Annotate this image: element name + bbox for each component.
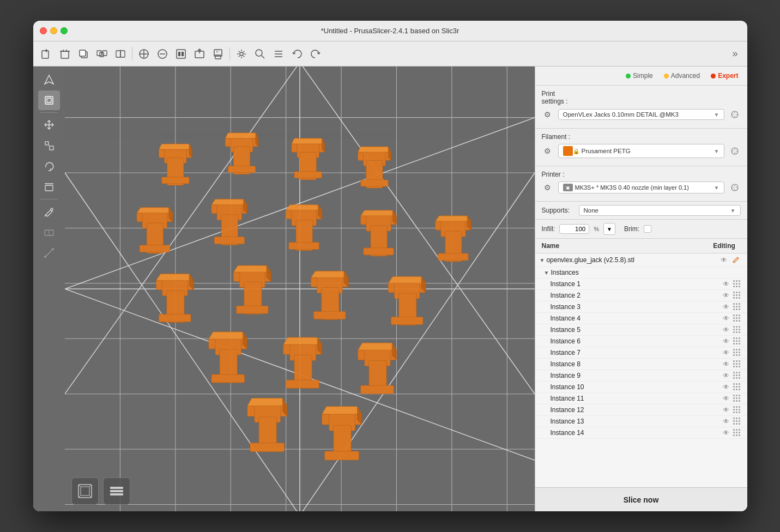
redo-button[interactable] <box>307 45 324 63</box>
add-object-button[interactable] <box>38 45 55 63</box>
filament-label-row: Filament : <box>542 133 741 141</box>
list-item[interactable]: Instance 8 👁 <box>535 359 747 370</box>
3d-view-button[interactable] <box>71 477 99 505</box>
infill-down-button[interactable]: ▼ <box>603 223 615 235</box>
instance-eye-icon[interactable]: 👁 <box>721 315 731 322</box>
print-button[interactable]: P <box>209 45 227 63</box>
filament-dropdown[interactable]: 🔒 Prusament PETG ▼ <box>558 144 724 158</box>
instance-eye-icon[interactable]: 👁 <box>721 349 731 356</box>
list-item[interactable]: Instance 11 👁 <box>535 393 747 404</box>
instance-grid-icon[interactable] <box>733 418 741 425</box>
instance-grid-icon[interactable] <box>733 337 741 345</box>
print-settings-gear[interactable]: ⚙ <box>542 108 554 120</box>
list-item[interactable]: Instance 9 👁 <box>535 370 747 382</box>
measure-button[interactable] <box>38 243 60 263</box>
send-back-button[interactable] <box>191 45 208 63</box>
copy-button[interactable] <box>75 45 92 63</box>
erase-button[interactable] <box>38 222 60 242</box>
list-item[interactable]: Instance 6 👁 <box>535 336 747 347</box>
list-item[interactable]: Instance 7 👁 <box>535 347 747 359</box>
list-item[interactable]: Instance 4 👁 <box>535 313 747 324</box>
tree-root-item[interactable]: ▼ openvlex.glue_jack (v2.5.8).stl 👁 <box>535 253 747 267</box>
instance-eye-icon[interactable]: 👁 <box>721 406 731 414</box>
close-button[interactable] <box>40 27 47 34</box>
instances-button[interactable] <box>93 45 111 63</box>
flatten-button[interactable] <box>38 177 60 197</box>
instance-grid-icon[interactable] <box>733 292 741 299</box>
instance-eye-icon[interactable]: 👁 <box>721 418 731 425</box>
list-item[interactable]: Instance 2 👁 <box>535 290 747 301</box>
fullscreen-button[interactable] <box>61 27 68 34</box>
tree-instances-group[interactable]: ▼ Instances <box>535 267 747 279</box>
list-item[interactable]: Instance 1 👁 <box>535 279 747 290</box>
brim-label: Brim: <box>624 225 639 233</box>
list-item[interactable]: Instance 13 👁 <box>535 416 747 427</box>
object-tree[interactable]: ▼ openvlex.glue_jack (v2.5.8).stl 👁 <box>535 253 747 487</box>
instance-eye-icon[interactable]: 👁 <box>721 360 731 368</box>
list-item[interactable]: Instance 3 👁 <box>535 301 747 313</box>
print-settings-config-icon[interactable] <box>729 108 741 120</box>
instance-grid-icon[interactable] <box>733 360 741 368</box>
list-item[interactable]: Instance 14 👁 <box>535 427 747 439</box>
filament-config-icon[interactable] <box>729 145 741 157</box>
instance-grid-icon[interactable] <box>733 349 741 356</box>
grid-button[interactable] <box>172 45 190 63</box>
select-button[interactable] <box>38 90 60 110</box>
instance-grid-icon[interactable] <box>733 280 741 288</box>
instance-grid-icon[interactable] <box>733 383 741 391</box>
expert-mode-button[interactable]: Expert <box>709 71 740 81</box>
brim-checkbox[interactable] <box>644 225 651 233</box>
minimize-button[interactable] <box>50 27 57 34</box>
settings-button[interactable] <box>233 45 250 63</box>
move-button[interactable] <box>38 115 60 135</box>
print-settings-label: Print settings : <box>542 90 575 105</box>
list-item[interactable]: Instance 5 👁 <box>535 324 747 336</box>
root-edit-icon[interactable] <box>731 255 741 265</box>
list-item[interactable]: Instance 10 👁 <box>535 382 747 393</box>
printer-gear[interactable]: ⚙ <box>542 182 554 194</box>
filament-gear[interactable]: ⚙ <box>542 145 554 157</box>
instance-eye-icon[interactable]: 👁 <box>721 292 731 299</box>
instance-grid-icon[interactable] <box>733 326 741 334</box>
instance-eye-icon[interactable]: 👁 <box>721 429 731 437</box>
instance-eye-icon[interactable]: 👁 <box>721 383 731 391</box>
advanced-mode-button[interactable]: Advanced <box>662 71 702 81</box>
layers-button[interactable] <box>103 477 130 505</box>
print-settings-dropdown[interactable]: OpenVLex Jacks 0.10mm DETAIL @MK3 ▼ <box>558 109 724 120</box>
instance-grid-icon[interactable] <box>733 429 741 437</box>
minus-button[interactable] <box>154 45 171 63</box>
scale-button[interactable] <box>38 136 60 155</box>
undo-button[interactable] <box>288 45 306 63</box>
instance-grid-icon[interactable] <box>733 395 741 402</box>
instance-eye-icon[interactable]: 👁 <box>721 395 731 402</box>
remove-object-button[interactable] <box>56 45 74 63</box>
instance-eye-icon[interactable]: 👁 <box>721 326 731 334</box>
infill-input[interactable] <box>559 224 589 234</box>
instance-eye-icon[interactable]: 👁 <box>721 337 731 345</box>
navigate-button[interactable] <box>38 70 60 89</box>
slice-now-button[interactable]: Slice now <box>535 487 747 511</box>
instance-eye-icon[interactable]: 👁 <box>721 303 731 311</box>
paint-button[interactable] <box>38 202 60 221</box>
printer-dropdown[interactable]: ▣ MK3S+ * MK3S 0.40 nozzle (min layer 0.… <box>558 182 724 194</box>
list-button[interactable] <box>270 45 287 63</box>
list-item[interactable]: Instance 12 👁 <box>535 404 747 416</box>
svg-line-43 <box>45 215 46 216</box>
mirror-button[interactable] <box>112 45 129 63</box>
arrange-button[interactable] <box>135 45 153 63</box>
instance-eye-icon[interactable]: 👁 <box>721 280 731 288</box>
instance-eye-icon[interactable]: 👁 <box>721 372 731 379</box>
viewport[interactable] <box>65 66 535 511</box>
rotate-button[interactable] <box>38 156 60 176</box>
instance-grid-icon[interactable] <box>733 406 741 414</box>
instance-grid-icon[interactable] <box>733 303 741 311</box>
root-eye-icon[interactable]: 👁 <box>719 256 729 264</box>
instance-grid-icon[interactable] <box>733 315 741 322</box>
svg-marker-163 <box>283 337 322 344</box>
supports-dropdown[interactable]: None ▼ <box>579 205 741 216</box>
simple-mode-button[interactable]: Simple <box>624 71 655 81</box>
printer-config-icon[interactable] <box>729 182 741 194</box>
expand-panel-button[interactable]: » <box>728 46 743 62</box>
search-button[interactable] <box>251 45 269 63</box>
instance-grid-icon[interactable] <box>733 372 741 379</box>
